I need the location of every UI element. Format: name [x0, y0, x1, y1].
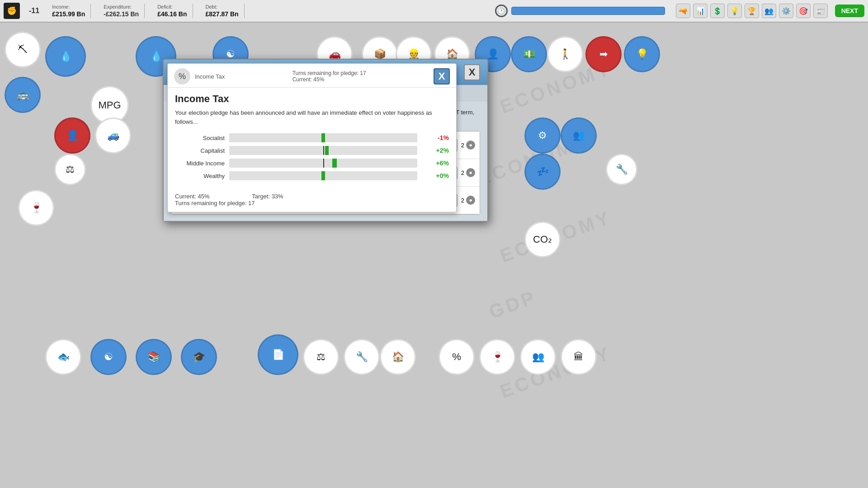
- coin-icon-3: ●: [466, 196, 475, 205]
- income-value: £215.99 Bn: [52, 10, 85, 18]
- voter-bar-socialist: [229, 133, 417, 142]
- popup-title-small: Income Tax: [195, 73, 225, 80]
- popup-header-left: % Income Tax: [174, 68, 225, 84]
- news-icon[interactable]: 📰: [813, 4, 828, 18]
- deficit-value: £46.16 Bn: [157, 10, 187, 18]
- circle-bg-3: 💧: [45, 36, 86, 77]
- poverty-cost-value: 2: [461, 169, 464, 176]
- deficit-label: Deficit:: [157, 4, 187, 10]
- voter-bar-marker-wealthy: [321, 171, 325, 180]
- police-cost-value: 2: [461, 197, 464, 204]
- voter-row-capitalist: Capitalist +2%: [175, 146, 449, 155]
- circle-bg-1: ⛏: [5, 32, 41, 68]
- circle-bg-28: 📚: [136, 339, 172, 375]
- deficit-stat: Deficit: £46.16 Bn: [152, 4, 193, 18]
- poverty-cost: 2 ●: [461, 168, 475, 177]
- circle-bg-13: 🚶: [547, 36, 583, 72]
- income-tax-popup: % Income Tax Turns remaining for pledge:…: [167, 63, 457, 212]
- expenditure-stat: Expenditure: -£262.15 Bn: [98, 4, 145, 18]
- watermark-5: ECONOMY: [497, 342, 615, 403]
- voter-row-middle-income: Middle Income +6%: [175, 159, 449, 168]
- income-label: Income:: [52, 4, 85, 10]
- circle-bg-31: ⚖: [303, 339, 339, 375]
- circle-bg-15: 💡: [624, 36, 660, 72]
- popup-close-x: X: [439, 70, 445, 82]
- income-stat: Income: £215.99 Bn: [47, 4, 91, 18]
- people-icon[interactable]: 👥: [762, 4, 776, 18]
- turn-timer: 🕐: [495, 5, 665, 17]
- voter-change-socialist: -1%: [422, 134, 449, 141]
- voter-row-socialist: Socialist -1%: [175, 133, 449, 142]
- toolbar-icons: 🔫 📊 💲 💡 🏆 👥 ⚙️ 🎯 📰: [676, 4, 828, 18]
- circle-bg-35: 🍷: [479, 339, 515, 375]
- circle-bg-14: ➡: [585, 36, 622, 72]
- circle-bg-12: 💵: [511, 36, 547, 72]
- circle-bg-24: CO₂: [524, 221, 561, 258]
- voter-label-socialist: Socialist: [175, 135, 225, 141]
- circle-bg-21: ⚙: [524, 117, 561, 154]
- expenditure-value: -£262.15 Bn: [104, 10, 139, 18]
- popup-icon: %: [174, 68, 190, 84]
- circle-bg-33: 🏠: [380, 339, 416, 375]
- circle-bg-17: 🚙: [95, 117, 131, 154]
- top-bar: ✊ -11 Income: £215.99 Bn Expenditure: -£…: [0, 0, 868, 23]
- voter-label-wealthy: Wealthy: [175, 173, 225, 179]
- expenditure-label: Expenditure:: [104, 4, 139, 10]
- circle-bg-18: 👤: [54, 117, 90, 154]
- dialog-close-button[interactable]: X: [464, 64, 480, 80]
- circle-bg-34: %: [439, 339, 475, 375]
- voter-change-middle-income: +6%: [422, 160, 449, 167]
- circle-bg-36: 👥: [520, 339, 556, 375]
- voter-bars: Socialist -1% Capitalist +2% Middle Inco…: [175, 133, 449, 180]
- popup-body: Income Tax Your election pledge has been…: [168, 88, 456, 189]
- popup-close-button[interactable]: X: [434, 68, 450, 84]
- gun-icon[interactable]: 🔫: [676, 4, 690, 18]
- voter-change-wealthy: +0%: [422, 172, 449, 179]
- police-cost: 2 ●: [461, 196, 475, 205]
- popup-footer-target: Target: 33%: [252, 193, 283, 200]
- voter-bar-marker-middle-income: [332, 159, 337, 168]
- gear-icon[interactable]: ⚙️: [779, 4, 793, 18]
- next-button[interactable]: NEXT: [835, 5, 864, 17]
- approval-icon: ✊: [4, 3, 20, 19]
- popup-footer-turns: Turns remaining for pledge: 17: [175, 200, 255, 206]
- popup-footer-current: Current: 45%: [175, 193, 210, 200]
- income-tax-cost-value: 2: [461, 142, 464, 149]
- debt-stat: Debt: £827.87 Bn: [200, 4, 245, 18]
- voter-change-capitalist: +2%: [422, 147, 449, 154]
- voter-bar-center-capitalist: [323, 146, 324, 155]
- circle-bg-20: 🍷: [18, 190, 54, 226]
- dollar-icon[interactable]: 💲: [710, 4, 725, 18]
- voter-label-middle-income: Middle Income: [175, 160, 225, 167]
- circle-bg-25: 💤: [524, 154, 561, 190]
- coin-icon-2: ●: [466, 168, 475, 177]
- voter-row-wealthy: Wealthy +0%: [175, 171, 449, 180]
- clock-icon: 🕐: [495, 5, 508, 17]
- voter-bar-capitalist: [229, 146, 417, 155]
- debt-label: Debt:: [206, 4, 239, 10]
- target-icon[interactable]: 🎯: [796, 4, 811, 18]
- voter-label-capitalist: Capitalist: [175, 147, 225, 154]
- popup-turns-info: Turns remaining for pledge: 17 Current: …: [292, 70, 366, 83]
- circle-bg-19: ⚖: [54, 154, 86, 185]
- voter-bar-center-middle-income: [323, 159, 324, 168]
- trophy-icon[interactable]: 🏆: [745, 4, 759, 18]
- circle-bg-30: 📄: [258, 334, 298, 375]
- circle-bg-27: ☯: [90, 339, 127, 375]
- voter-bar-middle-income: [229, 159, 417, 168]
- chart-icon[interactable]: 📊: [693, 4, 708, 18]
- voter-bar-marker-capitalist: [325, 146, 329, 155]
- watermark-4: GDP: [486, 286, 540, 323]
- timer-bar: [511, 7, 665, 15]
- circle-bg-23: 🔧: [606, 154, 637, 185]
- debt-value: £827.87 Bn: [206, 10, 239, 18]
- bulb-icon[interactable]: 💡: [727, 4, 742, 18]
- voter-bar-marker-socialist: [321, 133, 325, 142]
- circle-bg-29: 🎓: [181, 339, 217, 375]
- circle-bg-26: 🐟: [45, 339, 81, 375]
- circle-bg-2: 🚌: [5, 77, 41, 113]
- circle-bg-32: 🔧: [344, 339, 380, 375]
- coin-icon-1: ●: [466, 141, 475, 150]
- approval-value: -11: [29, 7, 39, 15]
- voter-bar-wealthy: [229, 171, 417, 180]
